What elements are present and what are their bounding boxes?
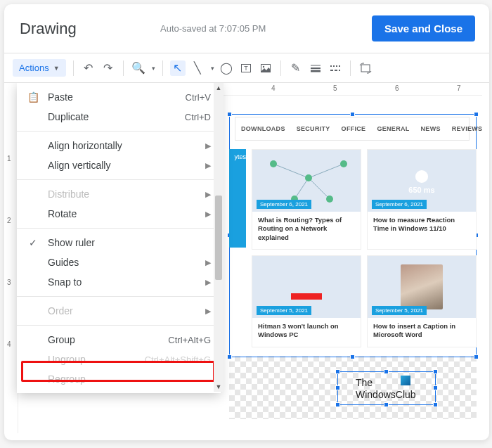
- separator: [280, 60, 281, 76]
- ruler-tick: 6: [395, 84, 399, 92]
- svg-line-11: [309, 164, 344, 178]
- menu-separator: [17, 228, 221, 229]
- selection-handle[interactable]: [384, 369, 389, 374]
- shortcut: Ctrl+D: [185, 112, 211, 122]
- clipboard-icon: 📋: [27, 91, 39, 103]
- line-weight-icon[interactable]: [308, 60, 323, 76]
- menu-item-paste[interactable]: 📋 Paste Ctrl+V: [17, 87, 221, 107]
- menu-item-guides[interactable]: Guides ▶: [17, 252, 221, 272]
- shortcut: Ctrl+V: [186, 92, 211, 103]
- separator: [123, 60, 124, 76]
- selection-handle[interactable]: [227, 112, 232, 117]
- selection-handle[interactable]: [474, 112, 479, 117]
- menu-label: Align vertically: [48, 160, 110, 171]
- card-thumbnail: September 5, 2021: [368, 256, 476, 318]
- nav-link: OFFICE: [336, 125, 372, 132]
- line-dash-icon[interactable]: [328, 60, 343, 76]
- selection-handle[interactable]: [433, 402, 438, 407]
- card-title: How to insert a Caption in Microsoft Wor…: [368, 318, 476, 347]
- svg-point-15: [340, 160, 347, 167]
- selection-handle[interactable]: [227, 354, 232, 359]
- separator: [162, 60, 163, 76]
- menu-item-distribute: Distribute ▶: [17, 184, 221, 204]
- clock-icon: [415, 170, 428, 183]
- selection-handle[interactable]: [335, 369, 340, 374]
- zoom-icon[interactable]: 🔍: [131, 60, 146, 76]
- embedded-site-nav: DOWNLOADS SECURITY OFFICE GENERAL NEWS R…: [235, 117, 470, 141]
- menu-label: Distribute: [48, 188, 89, 200]
- menu-label: Ungroup: [48, 354, 86, 365]
- menu-item-align-horizontal[interactable]: Align horizontally ▶: [17, 136, 221, 155]
- ruler-tick: 1: [7, 155, 11, 162]
- card-thumbnail: 650 ms September 6, 2021: [368, 150, 476, 212]
- embedded-logo: The WindowsClub: [356, 377, 416, 401]
- submenu-arrow-icon: ▶: [205, 141, 211, 151]
- card-date: September 5, 2021: [257, 306, 311, 315]
- clipped-text: ytes: [234, 153, 246, 160]
- selection-handle[interactable]: [335, 402, 340, 407]
- autosave-status: Auto-saved at 7:07:05 PM: [160, 23, 372, 34]
- scroll-down-icon[interactable]: ▼: [214, 382, 224, 392]
- selection-handle[interactable]: [474, 354, 479, 359]
- nav-link: ABOUT: [488, 125, 489, 132]
- embedded-card: September 5, 2021 How to insert a Captio…: [367, 255, 477, 347]
- menu-scrollbar[interactable]: ▲ ▼: [214, 83, 224, 392]
- ruler-tick: 3: [7, 279, 11, 286]
- logo-square-icon: [401, 376, 410, 385]
- undo-icon[interactable]: ↶: [81, 60, 96, 76]
- logo-line2: WindowsClub: [356, 389, 416, 401]
- menu-separator: [17, 131, 221, 132]
- svg-line-12: [294, 178, 309, 199]
- selection-handle[interactable]: [384, 402, 389, 407]
- cat-picture: [401, 264, 443, 309]
- menu-item-show-ruler[interactable]: ✓ Show ruler: [17, 233, 221, 252]
- embedded-card: September 6, 2021 What is Routing? Types…: [252, 149, 361, 250]
- menu-item-group[interactable]: Group Ctrl+Alt+G: [17, 330, 221, 350]
- nav-link: NEWS: [415, 125, 446, 132]
- selection-handle[interactable]: [350, 354, 355, 359]
- shape-tool-icon[interactable]: ◯: [219, 60, 234, 76]
- svg-point-16: [305, 174, 312, 181]
- svg-text:T: T: [244, 65, 248, 72]
- textbox-tool-icon[interactable]: T: [238, 60, 254, 76]
- scroll-thumb[interactable]: [215, 196, 222, 280]
- menu-label: Group: [48, 334, 75, 345]
- menu-label: Duplicate: [48, 111, 89, 122]
- line-tool-icon[interactable]: ╲: [190, 60, 205, 76]
- menu-item-snap-to[interactable]: Snap to ▶: [17, 272, 221, 292]
- redo-icon[interactable]: ↷: [101, 60, 116, 76]
- menu-item-ungroup: Ungroup Ctrl+Alt+Shift+G: [17, 350, 221, 369]
- pencil-icon[interactable]: ✎: [288, 60, 304, 76]
- replace-image-icon[interactable]: [358, 60, 373, 76]
- badge-text: 650 ms: [408, 186, 434, 194]
- selection-handle[interactable]: [433, 369, 438, 374]
- submenu-arrow-icon: ▶: [205, 307, 211, 316]
- selection-handle[interactable]: [350, 112, 355, 117]
- shortcut: Ctrl+Alt+G: [168, 335, 211, 345]
- menu-item-align-vertical[interactable]: Align vertically ▶: [17, 155, 221, 175]
- shortcut: Ctrl+Alt+Shift+G: [145, 354, 211, 365]
- scroll-up-icon[interactable]: ▲: [214, 83, 224, 93]
- card-title: What is Routing? Types of Routing on a N…: [252, 212, 361, 249]
- menu-item-regroup: Regroup: [17, 369, 221, 389]
- save-and-close-button[interactable]: Save and Close: [372, 15, 475, 41]
- menu-item-duplicate[interactable]: Duplicate Ctrl+D: [17, 107, 221, 127]
- menu-item-rotate[interactable]: Rotate ▶: [17, 204, 221, 224]
- ruler-tick: 7: [457, 84, 461, 92]
- menu-separator: [17, 179, 221, 180]
- menu-label: Show ruler: [48, 237, 95, 248]
- svg-line-13: [309, 178, 330, 199]
- menu-item-order: Order ▶: [17, 301, 221, 321]
- drawing-title: Drawing: [20, 20, 160, 38]
- embedded-card: 650 ms September 6, 2021 How to measure …: [367, 149, 477, 250]
- checkmark-icon: ✓: [27, 237, 39, 248]
- menu-label: Regroup: [48, 373, 86, 385]
- image-tool-icon[interactable]: [258, 60, 273, 76]
- card-date: September 6, 2021: [257, 200, 311, 209]
- select-tool-icon[interactable]: ↖: [170, 60, 186, 76]
- selection-handle[interactable]: [433, 385, 438, 390]
- nav-link: GENERAL: [371, 125, 415, 132]
- selection-handle[interactable]: [335, 385, 340, 390]
- submenu-arrow-icon: ▶: [205, 210, 211, 219]
- actions-menu-button[interactable]: Actions ▼: [13, 59, 66, 77]
